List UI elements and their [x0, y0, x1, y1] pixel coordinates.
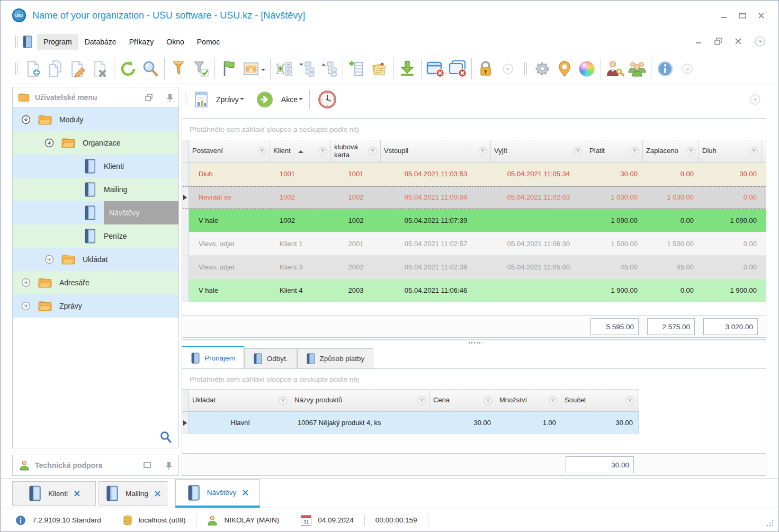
filter-icon[interactable] — [478, 147, 487, 156]
copy-document-icon[interactable] — [44, 57, 67, 80]
column-header-dluh[interactable]: Dluh — [699, 140, 762, 162]
support-panel[interactable]: Technická podpora — [12, 455, 179, 476]
pin-icon[interactable] — [166, 462, 172, 470]
column-header-cena[interactable]: Cena — [430, 390, 496, 411]
filter-icon[interactable] — [483, 396, 493, 405]
close-window-icon[interactable] — [424, 57, 446, 80]
users-group-icon[interactable] — [626, 57, 648, 80]
overflow-chevron-icon[interactable] — [497, 57, 519, 80]
user-access-icon[interactable] — [604, 57, 626, 80]
column-header-vstoupil[interactable]: Vstoupil — [381, 140, 491, 162]
column-header-soucet[interactable]: Součet — [561, 390, 638, 411]
filter-icon[interactable] — [574, 147, 583, 156]
filter-icon[interactable] — [630, 147, 639, 156]
panel-restore-icon[interactable] — [145, 94, 153, 101]
tab-zpusob-platby[interactable]: Způsob platby — [297, 348, 374, 368]
filter-icon[interactable] — [625, 396, 634, 405]
group-by-panel[interactable]: Přetáhněte sem záhlaví sloupce a seskupt… — [182, 119, 766, 140]
sidebar-item-mailing[interactable]: Mailing — [13, 178, 178, 201]
maximize-icon[interactable] — [739, 12, 746, 19]
column-header-vyjit[interactable]: Vyjít — [491, 140, 586, 162]
resize-grip-icon[interactable] — [766, 519, 773, 526]
close-icon[interactable] — [758, 12, 765, 19]
filter-icon[interactable] — [279, 396, 288, 405]
filter-icon[interactable] — [686, 147, 695, 156]
table-row-vlevo-odjet-2[interactable]: Vlevo, odjet Klient 3 2002 05.04.2021 11… — [182, 256, 766, 279]
overflow-chevron-icon[interactable] — [749, 94, 761, 105]
refresh-icon[interactable] — [117, 57, 139, 80]
filter-icon[interactable] — [257, 147, 266, 156]
tree-collapse-all-icon[interactable] — [296, 57, 318, 80]
mdi-close-icon[interactable] — [735, 38, 741, 44]
column-header-nazvy-produktu[interactable]: Názvy produktů — [291, 390, 430, 411]
menu-pomoc[interactable]: Pomoc — [191, 34, 227, 50]
table-row-dluh[interactable]: Dluh 1001 1001 05.04.2021 11:03:53 05.04… — [182, 163, 766, 186]
reports-button[interactable]: Zprávy — [216, 95, 239, 104]
column-header-klient[interactable]: Klient — [270, 140, 331, 162]
clock-icon[interactable] — [316, 88, 338, 111]
filter-icon[interactable] — [318, 147, 327, 156]
location-pin-icon[interactable] — [553, 57, 576, 80]
sidebar-item-moduly[interactable]: Moduly — [13, 108, 178, 131]
group-by-panel[interactable]: Přetáhněte sem záhlaví sloupce a seskupt… — [182, 369, 766, 389]
overflow-chevron-icon[interactable] — [676, 57, 699, 80]
calendar-icon[interactable]: 31 — [301, 515, 311, 526]
download-icon[interactable] — [396, 57, 418, 80]
sidebar-item-organizace[interactable]: Organizace — [13, 131, 178, 155]
menu-databaze[interactable]: Databáze — [78, 34, 123, 50]
sidebar-item-navstevy[interactable]: Návštěvy — [13, 201, 178, 224]
flag-icon[interactable] — [218, 57, 240, 80]
menu-prikazy[interactable]: Příkazy — [123, 34, 160, 50]
column-header-mnozstvi[interactable]: Množství — [496, 390, 561, 411]
column-header-klubova-karta[interactable]: klubová karta — [331, 140, 381, 162]
color-wheel-icon[interactable] — [576, 57, 598, 80]
menu-okno[interactable]: Okno — [160, 34, 190, 50]
column-header-platit[interactable]: Platit — [586, 140, 643, 162]
expand-node-icon[interactable] — [44, 255, 54, 264]
filter-icon[interactable] — [417, 396, 426, 405]
column-header-ukladat[interactable]: Ukládat — [189, 390, 291, 411]
mdi-tab-mailing[interactable]: Mailing — [99, 481, 167, 506]
mdi-restore-icon[interactable] — [714, 38, 722, 45]
detail-row-hlavni[interactable]: Hlavní 10067 Nějaký produkt 4, ks 30.00 … — [182, 412, 639, 434]
pin-icon[interactable] — [167, 94, 173, 102]
filter-accept-icon[interactable] — [190, 57, 212, 80]
overflow-chevron-icon[interactable] — [754, 35, 766, 47]
sidebar-item-ukladat[interactable]: Ukládat — [13, 248, 178, 271]
actions-button[interactable]: Akce — [281, 95, 298, 104]
panel-restore-icon[interactable] — [144, 462, 151, 468]
sidebar-item-penize[interactable]: Peníze — [13, 224, 178, 248]
column-header-zaplaceno[interactable]: Zaplaceno — [643, 140, 699, 162]
sidebar-search-icon[interactable] — [159, 431, 172, 444]
collapse-node-icon[interactable] — [21, 115, 31, 124]
mdi-minimize-icon[interactable] — [695, 38, 702, 44]
actions-icon[interactable] — [253, 88, 277, 111]
sidebar-item-zpravy[interactable]: Zprávy — [13, 294, 178, 318]
column-header-postaveni[interactable]: Postavení — [189, 140, 270, 162]
toolbar-grip[interactable] — [15, 35, 18, 48]
tab-close-icon[interactable] — [155, 491, 160, 497]
mdi-tab-klienti[interactable]: Klienti — [12, 481, 96, 506]
table-row-v-hale[interactable]: V hale 1002 1002 05.04.2021 11:07:39 1 0… — [182, 209, 766, 232]
image-picker-icon[interactable] — [240, 57, 267, 80]
search-icon[interactable] — [139, 57, 162, 80]
filter-icon[interactable] — [549, 396, 558, 405]
table-row-nevratil-se-selected[interactable]: Nevrátil se 1002 1002 05.04.2021 11:00:0… — [182, 186, 766, 209]
expand-node-icon[interactable] — [21, 278, 31, 287]
splitter[interactable] — [182, 339, 766, 340]
tree-new-list-icon[interactable] — [273, 57, 296, 80]
filter-icon[interactable] — [167, 57, 190, 80]
settings-gear-icon[interactable] — [531, 57, 553, 80]
menu-program[interactable]: Program — [37, 34, 78, 50]
notes-icon[interactable] — [368, 57, 390, 80]
edit-document-icon[interactable] — [67, 57, 89, 80]
reports-icon[interactable] — [191, 88, 212, 111]
tab-close-icon[interactable] — [74, 491, 80, 497]
add-row-icon[interactable] — [346, 57, 368, 80]
filter-icon[interactable] — [368, 147, 377, 156]
tab-pronajem[interactable]: Pronájem — [182, 346, 244, 368]
expand-node-icon[interactable] — [21, 301, 31, 311]
toolbar-grip[interactable] — [524, 62, 527, 75]
mdi-tab-navstevy[interactable]: Návštěvy — [175, 479, 260, 508]
minimize-icon[interactable] — [720, 12, 727, 19]
